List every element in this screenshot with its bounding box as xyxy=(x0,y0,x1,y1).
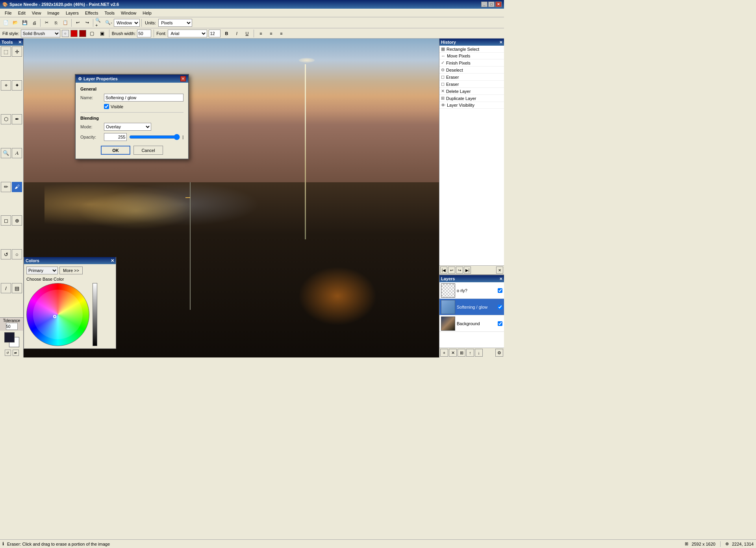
new-button[interactable]: 📄 xyxy=(2,19,10,27)
clone-tool[interactable]: ⊕ xyxy=(12,215,22,226)
history-item-finish-pixels[interactable]: ✓ Finish Pixels xyxy=(439,59,504,67)
layer-item-background[interactable]: Background xyxy=(439,315,504,332)
opacity-slider[interactable] xyxy=(129,134,180,140)
recolor-tool[interactable]: ↺ xyxy=(1,249,11,259)
menu-tools[interactable]: Tools xyxy=(101,10,118,16)
eraser-tool[interactable]: ◻ xyxy=(1,215,11,226)
menu-window[interactable]: Window xyxy=(118,10,139,16)
layer-name-input[interactable] xyxy=(104,94,183,102)
layer-visible-background[interactable] xyxy=(498,321,502,326)
colors-more-button[interactable]: More >> xyxy=(59,267,83,274)
menu-help[interactable]: Help xyxy=(139,10,155,16)
layer-add-button[interactable]: + xyxy=(440,349,448,357)
history-undo-button[interactable]: ↩ xyxy=(448,267,455,274)
lasso-tool[interactable]: ⌖ xyxy=(1,80,11,91)
layer-up-button[interactable]: ↑ xyxy=(466,349,474,357)
line-tool[interactable]: / xyxy=(1,283,11,293)
history-item-rectangle-select[interactable]: ▦ Rectangle Select xyxy=(439,46,504,53)
history-item-eraser-2[interactable]: ◻ Eraser xyxy=(439,81,504,88)
tolerance-input[interactable] xyxy=(6,323,18,330)
layer-item-orly[interactable]: o rly? xyxy=(439,282,504,299)
layer-item-softening[interactable]: Softening / glow xyxy=(439,299,504,315)
layer-properties-button[interactable]: ⚙ xyxy=(495,349,503,357)
paint-bucket-tool[interactable]: ⬡ xyxy=(1,114,11,124)
color-picker-tool[interactable]: ✒ xyxy=(12,114,22,124)
history-item-delete-layer[interactable]: ✕ Delete Layer xyxy=(439,88,504,95)
history-close-button[interactable]: ✕ xyxy=(499,40,502,44)
move-tool[interactable]: ✛ xyxy=(12,46,22,57)
menu-edit[interactable]: Edit xyxy=(15,10,29,16)
shapes-tool[interactable]: ○ xyxy=(12,249,22,259)
layer-visible-orly[interactable] xyxy=(498,288,502,293)
minimize-button[interactable]: _ xyxy=(481,2,487,7)
layer-down-button[interactable]: ↓ xyxy=(475,349,483,357)
zoom-select[interactable]: Window 25% 46% 100% xyxy=(114,19,140,27)
history-item-move-pixels[interactable]: ↔ Move Pixels xyxy=(439,53,504,59)
dialog-close-button[interactable]: ✕ xyxy=(180,76,186,81)
foreground-color-swatch[interactable] xyxy=(4,332,15,342)
history-forward-button[interactable]: ▶| xyxy=(464,267,471,274)
maximize-button[interactable]: □ xyxy=(488,2,495,7)
fill-type-2[interactable]: ▣ xyxy=(98,29,107,38)
colors-close-button[interactable]: ✕ xyxy=(111,258,114,263)
canvas-area[interactable]: ⚙ Layer Properties ✕ General Name: Visib… xyxy=(24,39,439,357)
cut-button[interactable]: ✂ xyxy=(42,19,51,27)
open-button[interactable]: 📂 xyxy=(11,19,20,27)
magic-wand-tool[interactable]: ✦ xyxy=(12,80,22,91)
fill-swatch-3[interactable] xyxy=(79,30,86,37)
align-left-button[interactable]: ≡ xyxy=(256,29,265,38)
text-tool[interactable]: A xyxy=(12,148,22,158)
print-button[interactable]: 🖨 xyxy=(30,19,39,27)
layer-visible-checkbox[interactable] xyxy=(104,104,109,109)
fill-swatch-2[interactable] xyxy=(70,30,78,37)
tools-close[interactable]: ✕ xyxy=(18,40,22,45)
align-center-button[interactable]: ≡ xyxy=(267,29,275,38)
close-button[interactable]: ✕ xyxy=(495,2,502,7)
align-right-button[interactable]: ≡ xyxy=(277,29,285,38)
history-redo-button[interactable]: ↪ xyxy=(456,267,463,274)
undo-button[interactable]: ↩ xyxy=(73,19,82,27)
rectangle-select-tool[interactable]: ⬚ xyxy=(1,46,11,57)
gradient-tool[interactable]: ▤ xyxy=(12,283,22,293)
history-back-button[interactable]: |◀ xyxy=(440,267,447,274)
swap-colors-button[interactable]: ⇄ xyxy=(13,350,19,356)
paintbrush-tool[interactable]: 🖌 xyxy=(12,182,22,192)
underline-button[interactable]: U xyxy=(243,29,251,38)
saturation-bar[interactable] xyxy=(93,283,97,346)
colors-primary-select[interactable]: Primary Secondary xyxy=(26,267,58,274)
dialog-title-bar[interactable]: ⚙ Layer Properties ✕ xyxy=(76,75,188,83)
history-item-duplicate-layer[interactable]: ⊞ Duplicate Layer xyxy=(439,95,504,102)
zoom-in-button[interactable]: 🔍+ xyxy=(95,19,104,27)
menu-layers[interactable]: Layers xyxy=(63,10,82,16)
zoom-out-button[interactable]: 🔍- xyxy=(104,19,113,27)
menu-image[interactable]: Image xyxy=(44,10,63,16)
history-clear-button[interactable]: ✕ xyxy=(496,267,503,274)
redo-button[interactable]: ↪ xyxy=(83,19,91,27)
fill-swatch-1[interactable]: ○ xyxy=(62,30,69,37)
save-button[interactable]: 💾 xyxy=(20,19,29,27)
font-size-input[interactable] xyxy=(209,30,220,37)
italic-button[interactable]: I xyxy=(232,29,241,38)
brush-width-input[interactable] xyxy=(137,30,151,37)
ok-button[interactable]: OK xyxy=(101,146,130,155)
zoom-tool[interactable]: 🔍 xyxy=(1,148,11,158)
history-item-eraser-1[interactable]: ◻ Eraser xyxy=(439,74,504,81)
reset-colors-button[interactable]: ↺ xyxy=(5,350,11,356)
history-item-layer-visibility[interactable]: 👁 Layer Visibility xyxy=(439,102,504,109)
menu-file[interactable]: File xyxy=(2,10,15,16)
layer-duplicate-button[interactable]: ⊞ xyxy=(458,349,465,357)
bold-button[interactable]: B xyxy=(222,29,231,38)
history-item-deselect[interactable]: ⊖ Deselect xyxy=(439,67,504,74)
units-select[interactable]: Pixels Inches Centimeters xyxy=(158,19,192,27)
fillstyle-select[interactable]: Solid Brush No Fill Brush xyxy=(21,30,60,37)
layer-delete-button[interactable]: ✕ xyxy=(449,349,457,357)
copy-button[interactable]: ⎘ xyxy=(52,19,60,27)
layers-close-button[interactable]: ✕ xyxy=(499,277,502,281)
paste-button[interactable]: 📋 xyxy=(61,19,70,27)
menu-view[interactable]: View xyxy=(29,10,44,16)
pencil-tool[interactable]: ✏ xyxy=(1,182,11,192)
blend-mode-select[interactable]: Normal Multiply Screen Overlay Darken Li… xyxy=(104,123,151,131)
fill-type-1[interactable]: ▢ xyxy=(88,29,96,38)
cancel-button[interactable]: Cancel xyxy=(133,146,163,155)
menu-effects[interactable]: Effects xyxy=(82,10,101,16)
